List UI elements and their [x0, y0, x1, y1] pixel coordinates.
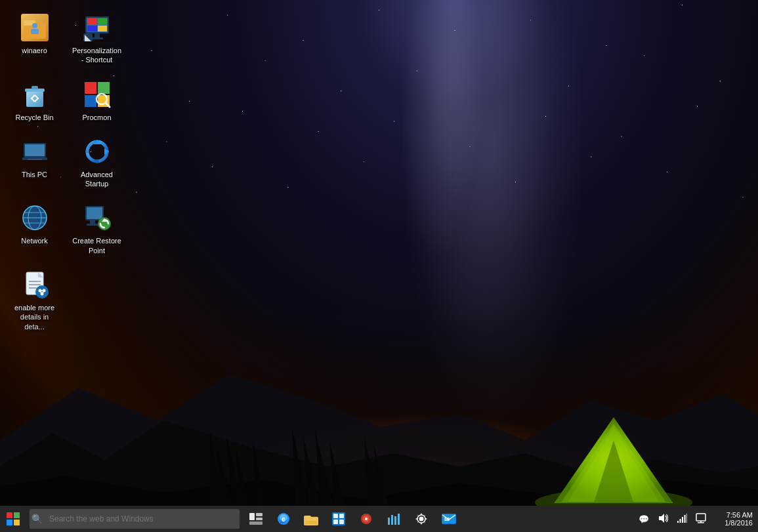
svg-rect-110	[677, 521, 679, 523]
windows-logo-green	[14, 512, 20, 518]
winaero-icon[interactable]: winaero	[7, 7, 62, 70]
advanced-startup-icon-img	[81, 136, 113, 167]
recycle-bin-icon-img	[19, 79, 51, 110]
svg-rect-39	[32, 86, 38, 89]
svg-rect-100	[391, 515, 393, 525]
svg-rect-32	[98, 26, 107, 31]
winaero-icon-img	[19, 12, 51, 43]
outlook-button[interactable]: ✉	[436, 506, 462, 532]
notification-tray-icon[interactable]: 💬	[636, 513, 652, 525]
create-restore-label: Create Restore Point	[72, 236, 121, 255]
app5-button[interactable]	[353, 506, 379, 532]
svg-rect-80	[249, 513, 255, 520]
svg-rect-30	[98, 18, 107, 25]
clock-date: 1/8/2016	[725, 519, 753, 527]
taskbar-apps: e	[243, 506, 462, 532]
personalization-label: Personalization - Shortcut	[72, 46, 121, 65]
action-center-icon[interactable]	[693, 512, 709, 527]
svg-rect-63	[87, 224, 98, 226]
this-pc-label: This PC	[22, 170, 47, 179]
search-input[interactable]	[30, 509, 240, 529]
svg-rect-81	[256, 513, 263, 516]
windows-logo-blue	[7, 520, 12, 525]
svg-rect-62	[90, 220, 95, 224]
svg-point-25	[32, 23, 37, 28]
windows-logo	[7, 512, 20, 525]
svg-point-98	[365, 518, 368, 520]
svg-rect-102	[398, 514, 400, 525]
svg-text:✉: ✉	[444, 516, 450, 523]
recycle-bin-icon[interactable]: Recycle Bin	[7, 73, 62, 127]
store-button[interactable]	[326, 506, 352, 532]
network-tray-icon[interactable]	[674, 512, 690, 527]
enable-details-icon-img	[19, 269, 51, 300]
edge-button[interactable]: e	[270, 506, 297, 532]
advanced-startup-icon[interactable]: Advanced Startup	[69, 131, 125, 194]
network-icon-img	[19, 202, 51, 234]
svg-rect-31	[87, 26, 97, 31]
svg-rect-94	[333, 520, 338, 524]
enable-details-label: enable more details in deta...	[10, 303, 59, 331]
svg-rect-42	[85, 95, 96, 107]
svg-marker-109	[659, 514, 664, 523]
svg-rect-93	[339, 514, 344, 518]
search-wrapper: 🔍	[26, 509, 240, 529]
svg-rect-95	[339, 520, 344, 524]
taskbar: 🔍 e	[0, 506, 758, 532]
svg-rect-33	[95, 33, 100, 37]
svg-rect-37	[26, 91, 43, 107]
start-button[interactable]	[0, 506, 26, 532]
svg-rect-34	[91, 37, 103, 39]
network-icon[interactable]: Network	[7, 197, 62, 260]
system-tray: 💬	[633, 506, 758, 532]
procmon-label: Procmon	[82, 113, 111, 122]
svg-text:e: e	[282, 516, 285, 523]
network-label: Network	[21, 236, 47, 245]
svg-rect-40	[85, 82, 96, 94]
procmon-icon-img	[81, 79, 113, 110]
winaero-label: winaero	[22, 46, 47, 55]
svg-rect-92	[333, 514, 338, 518]
desktop-icons-container: winaero	[0, 0, 144, 343]
svg-rect-61	[87, 207, 102, 219]
svg-rect-112	[682, 517, 683, 523]
svg-rect-113	[684, 515, 686, 523]
svg-rect-83	[249, 522, 263, 525]
svg-rect-48	[25, 144, 45, 156]
windows-logo-yellow	[14, 520, 20, 525]
this-pc-icon[interactable]: This PC	[7, 131, 62, 194]
personalization-icon-img	[81, 12, 113, 43]
this-pc-icon-img	[19, 136, 51, 167]
tray-icons-group: 💬	[633, 512, 712, 527]
create-restore-icon-img	[81, 202, 113, 234]
app6-button[interactable]	[381, 506, 407, 532]
enable-details-icon[interactable]: enable more details in deta...	[7, 264, 62, 337]
svg-rect-90	[305, 518, 317, 521]
procmon-icon[interactable]: Procmon	[69, 73, 125, 127]
clock-time: 7:56 AM	[726, 511, 753, 519]
create-restore-icon[interactable]: Create Restore Point	[69, 197, 125, 260]
svg-rect-41	[98, 82, 110, 94]
svg-rect-29	[87, 18, 97, 25]
volume-tray-icon[interactable]	[655, 512, 671, 527]
svg-rect-116	[698, 522, 704, 523]
svg-rect-82	[256, 518, 263, 520]
windows-logo-red	[7, 512, 12, 518]
personalization-icon[interactable]: Personalization - Shortcut	[69, 7, 125, 70]
svg-rect-99	[388, 518, 390, 525]
system-clock[interactable]: 7:56 AM 1/8/2016	[712, 506, 758, 532]
svg-rect-111	[680, 519, 681, 523]
svg-rect-26	[31, 29, 39, 34]
svg-rect-114	[686, 514, 688, 523]
svg-rect-115	[696, 514, 705, 521]
desktop: winaero	[0, 0, 758, 506]
settings-button[interactable]	[408, 506, 434, 532]
svg-point-73	[35, 285, 49, 298]
svg-rect-101	[394, 516, 396, 525]
recycle-bin-label: Recycle Bin	[15, 113, 53, 122]
task-view-button[interactable]	[243, 506, 269, 532]
tent	[509, 361, 692, 506]
svg-rect-50	[28, 159, 42, 160]
file-explorer-button[interactable]	[298, 506, 324, 532]
advanced-startup-label: Advanced Startup	[72, 170, 121, 189]
